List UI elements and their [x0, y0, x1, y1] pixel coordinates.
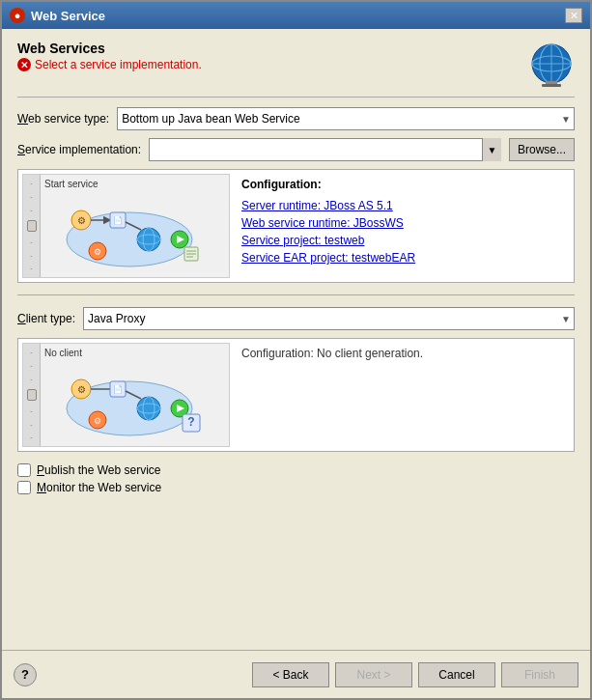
- publish-checkbox[interactable]: [17, 463, 31, 477]
- server-runtime-link[interactable]: Server runtime: JBoss AS 5.1: [241, 199, 566, 212]
- service-implementation-input-wrapper[interactable]: ▼: [149, 138, 501, 161]
- service-implementation-row: Service implementation: ▼ Browse...: [17, 138, 575, 161]
- web-service-preview-section: - - - - - - Start service: [17, 169, 575, 283]
- client-type-label: Client type:: [17, 312, 75, 325]
- svg-text:⚙: ⚙: [77, 384, 86, 395]
- ruler-tick-1: -: [30, 180, 32, 186]
- client-ruler-tick-3: -: [30, 376, 32, 382]
- monitor-checkbox-row: Monitor the Web service: [17, 481, 575, 494]
- client-ruler-tick-5: -: [30, 421, 32, 428]
- service-implementation-input[interactable]: [149, 138, 501, 161]
- publish-checkbox-row: Publish the Web service: [17, 463, 575, 477]
- client-config-text: Configuration: No client generation.: [241, 347, 423, 360]
- finish-button[interactable]: Finish: [501, 662, 578, 687]
- config-title: Configuration:: [241, 178, 566, 191]
- page-title: Web Services: [17, 41, 202, 56]
- svg-text:⚙: ⚙: [77, 215, 86, 226]
- web-service-type-row: Web service type: Bottom up Java bean We…: [17, 107, 575, 130]
- preview-start-label: Start service: [44, 179, 225, 189]
- client-config-panel: Configuration: No client generation.: [238, 343, 570, 447]
- svg-point-32: [137, 397, 160, 420]
- title-bar-controls: ✕: [565, 8, 582, 23]
- svg-point-14: [137, 228, 160, 251]
- svg-text:📄: 📄: [113, 384, 123, 394]
- client-preview-label: No client: [44, 348, 225, 358]
- header-left: Web Services ✕ Select a service implemen…: [17, 41, 202, 71]
- web-service-type-label: Web service type:: [17, 112, 109, 126]
- workflow-diagram: ⚙ 📄: [44, 193, 213, 270]
- client-ruler-tick-4: -: [30, 407, 32, 414]
- ruler-tick-4: -: [30, 238, 32, 245]
- service-project-link[interactable]: Service project: testweb: [241, 234, 566, 247]
- client-ruler-handle: [27, 389, 37, 401]
- cancel-button[interactable]: Cancel: [418, 662, 495, 687]
- publish-label[interactable]: Publish the Web service: [37, 463, 161, 477]
- svg-text:?: ?: [187, 415, 194, 429]
- bottom-buttons: < Back Next > Cancel Finish: [252, 662, 578, 687]
- client-ruler-tick-2: -: [30, 362, 32, 369]
- svg-rect-6: [542, 84, 561, 87]
- bottom-bar: ? < Back Next > Cancel Finish: [2, 650, 590, 698]
- checkboxes-section: Publish the Web service Monitor the Web …: [17, 463, 575, 494]
- help-button[interactable]: ?: [14, 663, 37, 686]
- window-close-icon[interactable]: ●: [10, 8, 25, 23]
- monitor-label[interactable]: Monitor the Web service: [37, 481, 161, 494]
- middle-divider: [17, 294, 575, 295]
- web-service-runtime-link[interactable]: Web service runtime: JBossWS: [241, 216, 566, 230]
- close-button[interactable]: ✕: [565, 8, 582, 23]
- service-implementation-label: Service implementation:: [17, 143, 141, 156]
- monitor-checkbox[interactable]: [17, 481, 31, 494]
- ruler-tick-3: -: [30, 207, 32, 213]
- client-preview-section: - - - - - - No client ⚙: [17, 338, 575, 452]
- title-bar: ● Web Service ✕: [2, 2, 590, 29]
- dialog-content: Web Services ✕ Select a service implemen…: [2, 29, 590, 650]
- client-workflow-diagram: ⚙ 📄 ⚙ ?: [44, 362, 213, 439]
- web-service-config-panel: Configuration: Server runtime: JBoss AS …: [238, 174, 570, 278]
- client-ruler-panel: - - - - - -: [23, 344, 41, 446]
- ruler-panel: - - - - - -: [23, 175, 41, 277]
- client-ruler-tick-1: -: [30, 349, 32, 355]
- ruler-tick-5: -: [30, 252, 32, 259]
- ruler-handle: [27, 220, 37, 232]
- next-button[interactable]: Next >: [335, 662, 412, 687]
- bottom-left: ?: [14, 663, 37, 686]
- window-title: Web Service: [31, 9, 105, 23]
- client-type-row: Client type: Java Proxy No client JavaSc…: [17, 307, 575, 330]
- header-divider: [17, 97, 575, 98]
- preview-image-container: Start service ⚙ 📄: [41, 175, 229, 277]
- web-service-type-dropdown-wrapper[interactable]: Bottom up Java bean Web Service Top down…: [117, 107, 575, 130]
- error-icon: ✕: [17, 58, 31, 71]
- client-ruler-tick-6: -: [30, 434, 32, 440]
- ruler-tick-6: -: [30, 265, 32, 271]
- main-window: ● Web Service ✕ Web Services ✕ Select a …: [0, 0, 592, 700]
- browse-button[interactable]: Browse...: [509, 138, 575, 161]
- service-ear-project-link[interactable]: Service EAR project: testwebEAR: [241, 251, 566, 265]
- client-preview-panel: - - - - - - No client ⚙: [22, 343, 230, 447]
- svg-text:⚙: ⚙: [94, 247, 101, 257]
- ruler-tick-2: -: [30, 193, 32, 200]
- error-message: Select a service implementation.: [35, 58, 202, 71]
- combo-dropdown-button[interactable]: ▼: [482, 138, 501, 161]
- back-button[interactable]: < Back: [252, 662, 329, 687]
- svg-text:⚙: ⚙: [94, 416, 101, 426]
- web-service-type-select[interactable]: Bottom up Java bean Web Service Top down…: [117, 107, 575, 130]
- header-section: Web Services ✕ Select a service implemen…: [17, 41, 575, 87]
- client-image-container: No client ⚙ 📄: [41, 344, 229, 446]
- client-type-dropdown-wrapper[interactable]: Java Proxy No client JavaScript Proxy ▼: [83, 307, 575, 330]
- svg-text:📄: 📄: [113, 215, 123, 225]
- title-bar-left: ● Web Service: [10, 8, 105, 23]
- client-type-select[interactable]: Java Proxy No client JavaScript Proxy: [83, 307, 575, 330]
- error-row: ✕ Select a service implementation.: [17, 58, 202, 71]
- globe-icon: [528, 41, 575, 87]
- web-service-preview-panel: - - - - - - Start service: [22, 174, 230, 278]
